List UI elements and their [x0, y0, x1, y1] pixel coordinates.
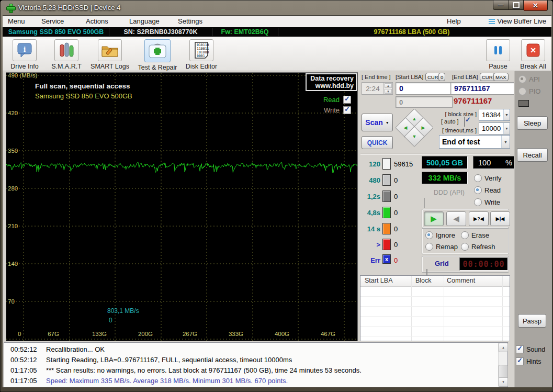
- menu-item-settings[interactable]: Settings: [178, 17, 202, 25]
- sleep-button[interactable]: Sleep: [517, 116, 548, 130]
- col-comment[interactable]: Comment: [447, 277, 475, 284]
- scroll-up-button[interactable]: ▲: [499, 343, 508, 352]
- passp-button[interactable]: Passp: [518, 314, 546, 328]
- drive-info-button[interactable]: i Drive Info: [6, 39, 43, 70]
- counter-swatch: [382, 174, 391, 186]
- minimize-icon: —: [499, 3, 504, 8]
- menu-item-actions[interactable]: Actions: [86, 17, 108, 25]
- start-backward-button[interactable]: ◀: [446, 211, 466, 226]
- menu-item-menu[interactable]: Menu: [8, 17, 25, 25]
- log-scrollbar[interactable]: ▲ ▼: [498, 343, 507, 387]
- end-time-spinner[interactable]: 2:24 ▲▼: [362, 82, 393, 95]
- erase-label: Erase: [471, 231, 489, 239]
- close-button[interactable]: ✕: [524, 1, 548, 11]
- api-radio[interactable]: [518, 75, 526, 83]
- end-time-label: [ End time ]: [362, 74, 391, 80]
- scroll-down-button[interactable]: ▼: [499, 377, 508, 387]
- col-block[interactable]: Block: [415, 277, 432, 284]
- quick-button[interactable]: QUICK: [362, 136, 393, 149]
- hints-option[interactable]: Hints: [516, 357, 541, 365]
- seek-end-button[interactable]: ▶|◀: [490, 211, 510, 226]
- end-lba-cur-button[interactable]: CUR: [480, 73, 495, 81]
- menu-bar: Menu Service Actions Language Settings H…: [3, 16, 551, 28]
- read-checkbox[interactable]: [343, 96, 351, 104]
- y-axis-tick: 420: [8, 110, 18, 116]
- minimize-button[interactable]: —: [493, 1, 509, 10]
- start-forward-button[interactable]: ▶: [424, 211, 444, 226]
- main-toolbar: i Drive Info S.M.A.R.T SMART Logs Test &…: [3, 37, 551, 71]
- remap-radio[interactable]: [425, 243, 433, 251]
- log-line: 01:17:05 *** Scan results: no warnings, …: [4, 365, 507, 375]
- start-lba-zero-button[interactable]: 0: [438, 73, 445, 81]
- verify-radio[interactable]: [474, 174, 482, 182]
- menu-item-help[interactable]: Help: [447, 17, 461, 25]
- menu-item-service[interactable]: Service: [41, 17, 64, 25]
- action-erase-option[interactable]: Erase: [461, 231, 489, 239]
- menu-item-view-buffer-live[interactable]: View Buffer Live: [489, 17, 546, 25]
- read-radio[interactable]: [474, 186, 482, 194]
- timeout-value: 10000: [479, 125, 503, 132]
- pio-radio[interactable]: [518, 87, 526, 95]
- action-ignore-option[interactable]: Ignore: [425, 231, 455, 239]
- menu-item-language[interactable]: Language: [129, 17, 160, 25]
- write-checkbox[interactable]: [343, 106, 351, 114]
- title-bar[interactable]: Victoria 5.23 HDD/SSD | Device 4 — ✕: [1, 1, 552, 15]
- counter-count: 0: [394, 193, 398, 200]
- error-swatch: x: [382, 254, 391, 264]
- svg-text:i: i: [24, 45, 26, 53]
- pause-button[interactable]: Pause: [482, 39, 514, 70]
- smart-logs-button[interactable]: SMART Logs: [86, 39, 133, 70]
- defect-table[interactable]: Start LBA Block Comment: [360, 275, 510, 341]
- scan-button[interactable]: Scan ▼: [362, 114, 393, 131]
- counter-count: 0: [394, 176, 398, 184]
- ddd-checkbox[interactable]: [424, 198, 425, 208]
- end-action-select[interactable]: End of test▼: [439, 135, 510, 149]
- mode-read-option[interactable]: Read: [474, 186, 501, 194]
- table-row: [360, 296, 510, 307]
- legend-read[interactable]: Read: [323, 96, 351, 104]
- counter-swatch: [382, 158, 391, 170]
- sound-checkbox[interactable]: [516, 345, 524, 353]
- speed-display: 332 MB/s: [422, 172, 468, 184]
- action-remap-option[interactable]: Remap: [425, 243, 458, 251]
- api-option[interactable]: API: [518, 75, 540, 83]
- write-radio[interactable]: [474, 198, 482, 206]
- mode-verify-option[interactable]: Verify: [474, 174, 502, 182]
- sound-option[interactable]: Sound: [516, 345, 545, 353]
- auto-checkbox[interactable]: [464, 117, 465, 127]
- start-lba-input[interactable]: 0: [396, 82, 453, 95]
- legend-write[interactable]: Write: [324, 106, 351, 114]
- scan-graph[interactable]: Full scan, sequential access Samsung SSD…: [6, 72, 358, 341]
- erase-radio[interactable]: [461, 231, 469, 239]
- drive-info-label: Drive Info: [6, 63, 43, 70]
- sound-label: Sound: [526, 346, 545, 353]
- pio-option[interactable]: PIO: [518, 87, 540, 95]
- log-panel[interactable]: 00:52:12 Recallibration... OK 00:52:12 S…: [4, 342, 508, 387]
- end-lba-max-button[interactable]: MAX: [493, 73, 509, 81]
- x-axis-tick: 267G: [183, 331, 197, 337]
- spin-up-icon[interactable]: ▲: [385, 83, 392, 88]
- recall-label: Recall: [523, 151, 541, 159]
- smart-button[interactable]: S.M.A.R.T: [47, 39, 86, 70]
- col-start-lba[interactable]: Start LBA: [365, 277, 393, 284]
- test-repair-button[interactable]: Test & Repair: [133, 39, 182, 71]
- break-all-button[interactable]: ✕ Break All: [516, 39, 550, 70]
- action-refresh-option[interactable]: Refresh: [461, 243, 495, 251]
- seek-error-button[interactable]: ▶?◀: [469, 211, 489, 226]
- block-size-select[interactable]: 16384▼: [479, 109, 510, 121]
- ignore-radio[interactable]: [425, 231, 433, 239]
- end-lba-label: [End LBA]: [452, 74, 478, 80]
- end-lba-input[interactable]: 976711167: [450, 82, 514, 95]
- seek-end-icon: ▶|◀: [496, 216, 504, 221]
- hints-checkbox[interactable]: [516, 357, 524, 365]
- refresh-radio[interactable]: [461, 243, 469, 251]
- recall-button[interactable]: Recall: [517, 148, 548, 162]
- maximize-button[interactable]: [509, 1, 524, 10]
- mode-write-option[interactable]: Write: [474, 198, 500, 206]
- end-time-value: 2:24: [362, 83, 383, 94]
- break-all-label: Break All: [516, 63, 550, 70]
- timeout-select[interactable]: 10000▼: [479, 122, 510, 135]
- scan-trace: [6, 73, 357, 341]
- spin-down-icon[interactable]: ▼: [385, 89, 392, 94]
- disk-editor-button[interactable]: 0101101100111010000001 Disk Editor: [180, 39, 222, 70]
